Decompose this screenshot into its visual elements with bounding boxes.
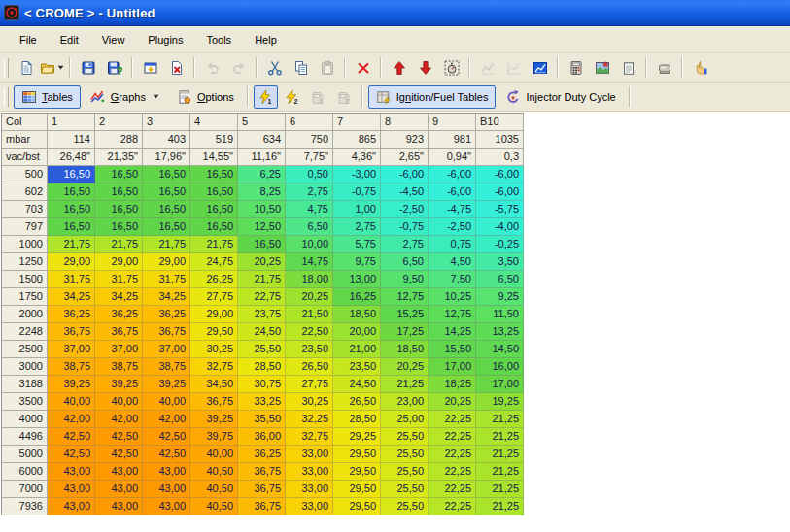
col-header[interactable]: 7 (333, 114, 381, 131)
table-cell[interactable]: 16,50 (143, 166, 190, 183)
table-cell[interactable]: 43,00 (48, 498, 95, 515)
table-cell[interactable]: 25,50 (381, 481, 429, 498)
table-cell[interactable]: 26,25 (190, 271, 238, 288)
table-cell[interactable]: -4,00 (476, 218, 524, 236)
table-cell[interactable]: 0,50 (286, 166, 333, 183)
table-cell[interactable]: 36,75 (190, 393, 238, 411)
table-cell[interactable]: 42,50 (95, 446, 143, 463)
table-cell[interactable]: 40,00 (143, 393, 190, 411)
table-cell[interactable]: 29,50 (333, 446, 381, 463)
graph-overlay-button[interactable] (501, 56, 526, 80)
table-cell[interactable]: 25,50 (381, 498, 429, 515)
table-cell[interactable]: 14,25 (429, 323, 476, 341)
row-header[interactable]: 6000 (2, 463, 48, 481)
table-cell[interactable]: 42,50 (143, 446, 190, 463)
table-cell[interactable]: 12,75 (381, 288, 429, 306)
table-cell[interactable]: 21,75 (95, 236, 143, 253)
table-cell[interactable]: 43,00 (143, 498, 190, 515)
table-cell[interactable]: 39,25 (143, 376, 190, 393)
cut-button[interactable] (262, 56, 287, 80)
table-cell[interactable]: 29,00 (95, 253, 143, 271)
table-cell[interactable]: 22,25 (429, 446, 476, 463)
table-cell[interactable]: 40,00 (190, 446, 238, 463)
table-cell[interactable]: 23,00 (381, 393, 429, 411)
table-cell[interactable]: 18,50 (333, 306, 381, 323)
table-cell[interactable]: 21,00 (333, 341, 381, 358)
table-cell[interactable]: 16,50 (190, 218, 238, 236)
table-cell[interactable]: 40,50 (190, 498, 238, 515)
table-cell[interactable]: 30,75 (238, 376, 286, 393)
table-cell[interactable]: 12,75 (429, 306, 476, 323)
col-header[interactable]: 6 (286, 114, 333, 131)
table-cell[interactable]: 13,25 (476, 323, 524, 341)
table-cell[interactable]: 34,50 (190, 376, 238, 393)
table-cell[interactable]: 39,25 (95, 376, 143, 393)
table-cell[interactable]: 33,00 (286, 463, 333, 481)
table-cell[interactable]: -6,00 (476, 166, 524, 183)
table-cell[interactable]: 43,00 (95, 481, 143, 498)
menu-item-edit[interactable]: Edit (49, 30, 90, 50)
table-cell[interactable]: 24,50 (238, 323, 286, 341)
table-cell[interactable]: 22,25 (429, 498, 476, 515)
table-cell[interactable]: -2,50 (429, 218, 476, 236)
table-cell[interactable]: 16,50 (143, 183, 190, 201)
save-as-button[interactable]: ? (102, 56, 126, 80)
table-cell[interactable]: 17,00 (476, 376, 524, 393)
table-cell[interactable]: 17,00 (429, 358, 476, 376)
table-cell[interactable]: 36,75 (48, 323, 95, 341)
value-up-button[interactable] (387, 56, 411, 80)
table-cell[interactable]: 18,00 (286, 271, 333, 288)
download-rom-button[interactable] (138, 56, 162, 80)
row-header[interactable]: 1750 (2, 288, 48, 306)
table-cell[interactable]: 2,75 (286, 183, 333, 201)
table-cell[interactable]: 28,50 (238, 358, 286, 376)
table-cell[interactable]: 12,50 (238, 218, 286, 236)
table-cell[interactable]: 16,50 (95, 218, 143, 236)
table-cell[interactable]: 21,25 (476, 411, 524, 428)
table-cell[interactable]: 16,50 (48, 201, 95, 218)
table-cell[interactable]: 21,25 (476, 498, 524, 515)
graphs-button[interactable]: Graphs (83, 85, 167, 109)
table-cell[interactable]: 24,75 (190, 253, 238, 271)
table-cell[interactable]: 20,25 (381, 358, 429, 376)
table-cell[interactable]: -2,50 (381, 201, 429, 218)
table-cell[interactable]: 22,75 (238, 288, 286, 306)
row-header[interactable]: 1250 (2, 253, 48, 271)
table-cell[interactable]: 10,25 (429, 288, 476, 306)
menu-item-plugins[interactable]: Plugins (136, 30, 194, 50)
table-cell[interactable]: 16,50 (190, 166, 238, 183)
table-cell[interactable]: 42,00 (48, 411, 95, 428)
close-rom-button[interactable] (164, 56, 189, 80)
table-cell[interactable]: 2,75 (333, 218, 381, 236)
table-cell[interactable]: 9,25 (476, 288, 524, 306)
table-cell[interactable]: 9,50 (381, 271, 429, 288)
col-header[interactable]: B10 (476, 114, 524, 131)
menu-item-view[interactable]: View (90, 30, 137, 50)
table-cell[interactable]: 32,75 (286, 428, 333, 446)
table-cell[interactable]: 21,25 (476, 428, 524, 446)
table-cell[interactable]: 19,25 (476, 393, 524, 411)
table-cell[interactable]: 20,00 (333, 323, 381, 341)
row-header[interactable]: 7000 (2, 481, 48, 498)
col-header[interactable]: 3 (143, 114, 190, 131)
table-cell[interactable]: 10,00 (286, 236, 333, 253)
table-cell[interactable]: 10,50 (238, 201, 286, 218)
table-cell[interactable]: 29,50 (333, 498, 381, 515)
table-cell[interactable]: -6,00 (429, 166, 476, 183)
table-cell[interactable]: 38,75 (95, 358, 143, 376)
open-file-button[interactable] (40, 56, 64, 80)
redo-button[interactable] (226, 56, 251, 80)
table-cell[interactable]: 15,50 (429, 341, 476, 358)
fuel-pump-1-button[interactable]: 1 (306, 85, 330, 109)
table-cell[interactable]: 29,50 (190, 323, 238, 341)
menu-item-tools[interactable]: Tools (194, 30, 243, 50)
table-cell[interactable]: 33,25 (238, 393, 286, 411)
col-header[interactable]: 5 (238, 114, 286, 131)
row-header[interactable]: 2500 (2, 341, 48, 358)
table-cell[interactable]: -6,00 (429, 183, 476, 201)
tables-button[interactable]: Tables (14, 85, 81, 109)
table-cell[interactable]: -4,50 (381, 183, 429, 201)
table-cell[interactable]: 43,00 (143, 481, 190, 498)
calculator-button[interactable] (564, 56, 588, 80)
table-cell[interactable]: 14,75 (286, 253, 333, 271)
